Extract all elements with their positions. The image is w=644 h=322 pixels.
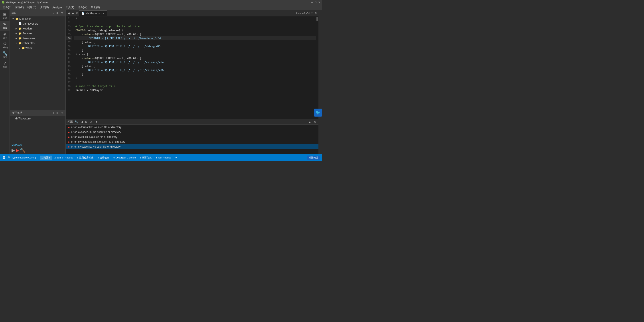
problem-avutil[interactable]: ● error: avutil.lib: No such file or dir… (66, 135, 318, 139)
menu-debug[interactable]: 调试(D) (38, 5, 50, 10)
menu-build[interactable]: 构建(B) (26, 5, 38, 10)
problem-text-5: error: swscale.lib: No such file or dire… (71, 145, 120, 148)
tree-item-win32[interactable]: ▶ 📁 win32 (10, 46, 66, 50)
tree-label-myplayer: MYPlayer (19, 17, 31, 20)
tab-nav-prev[interactable]: ◀ (66, 11, 71, 15)
tree-expand-otherfiles-icon: ▼ (15, 42, 18, 45)
line-40: 40 (66, 52, 72, 56)
project-layout-button[interactable]: ⊞ (56, 11, 59, 15)
tab-label: MYPlayer.pro (86, 12, 102, 15)
problems-filter-icon[interactable]: ▼ (94, 120, 98, 124)
line-numbers: 31 32 33 34 35 36 37 38 39 40 41 42 43 4… (66, 16, 74, 119)
bottom-tab-testresults[interactable]: 8 Test Results (154, 156, 173, 159)
menu-edit[interactable]: 编辑(E) (13, 5, 26, 10)
project-panel-header: 项目 ↕ ⊞ ⊡ (10, 10, 66, 16)
problem-swscale[interactable]: ● error: swscale.lib: No such file or di… (66, 144, 318, 149)
design-icon: ◈ (3, 32, 6, 36)
open-docs-sort-button[interactable]: ↕ (52, 111, 55, 115)
open-docs-layout-button[interactable]: ⊞ (56, 111, 59, 115)
problems-next-button[interactable]: ▶ (85, 120, 88, 124)
scrollbar-thumb[interactable] (316, 17, 318, 21)
sidebar-item-project[interactable]: 🔧 项目 (0, 50, 10, 60)
tab-nav-next[interactable]: ▶ (71, 11, 75, 15)
folder-icon: 📁 (15, 17, 19, 20)
problems-collapse-button[interactable]: ▲ (308, 120, 312, 124)
help-icon: ? (4, 61, 6, 65)
headers-folder-icon: 📁 (18, 27, 22, 30)
bottom-tab-debugger[interactable]: 5 Debugger Console (112, 156, 138, 159)
edit-label: 编辑 (3, 27, 7, 29)
bottom-tab-overview[interactable]: 6 概要信息 (138, 156, 153, 160)
tab-myplayerpro[interactable]: 📄 MYPlayer.pro ✕ (79, 10, 107, 16)
maximize-button[interactable]: □ (315, 1, 316, 4)
tree-expand-resources-icon: ▶ (15, 37, 18, 40)
featured-button[interactable]: 精选推荐 (307, 156, 320, 160)
line-48: 48 (66, 84, 72, 88)
tree-item-resources[interactable]: ▶ 📁 Resources (10, 36, 66, 41)
tab-nav-extra[interactable]: ⊡ (75, 11, 79, 15)
code-content[interactable]: } # Specifies where to put the target fi… (74, 16, 316, 119)
bottom-tab-arrow[interactable]: ▼ (173, 156, 179, 159)
problems-close-button[interactable]: ✕ (313, 120, 317, 124)
edit-icon: ✎ (3, 22, 6, 26)
menu-analyze[interactable]: Analyze (50, 5, 64, 9)
tab-close-button[interactable]: ✕ (103, 12, 104, 15)
win32-folder-icon: 📁 (22, 46, 25, 50)
bottom-tab-appout[interactable]: 3 应用程序输出 (75, 156, 96, 160)
project-panel: 项目 ↕ ⊞ ⊡ ▼ 📁 MYPlayer 📄 MYPlayer.pro (10, 10, 66, 110)
code-line-43: } else { (74, 64, 316, 68)
split-button[interactable]: ⊡ (314, 12, 318, 15)
project-icon: 🔧 (2, 51, 7, 55)
problem-avformat[interactable]: ● error: avformat.lib: No such file or d… (66, 125, 318, 130)
sources-folder-icon: 📁 (18, 32, 22, 35)
tab-bar: ◀ ▶ ⊡ 📄 MYPlayer.pro ✕ Line: 46, Col: 2 … (66, 10, 318, 16)
menu-help[interactable]: 帮助(H) (89, 5, 102, 10)
problems-build-icon[interactable]: 🔧 (74, 120, 79, 124)
tree-expand-sources-icon: ▶ (15, 32, 18, 35)
problem-avcodec[interactable]: ● error: avcodec.lib: No such file or di… (66, 130, 318, 135)
search-box[interactable]: 🔍 Type to locate (Ctrl+K) (7, 156, 37, 159)
bird-button[interactable]: 🐦 (314, 109, 322, 117)
sidebar-item-help[interactable]: ? 帮助 (0, 60, 10, 70)
project-sort-button[interactable]: ↕ (52, 11, 55, 15)
sidebar-toggle-button[interactable]: ☰ (2, 155, 6, 160)
sidebar-item-edit[interactable]: ✎ 编辑 (0, 21, 10, 31)
code-line-35: contains(QMAKE_TARGET.arch, x86_64) { (74, 32, 316, 36)
problems-list: ● error: avformat.lib: No such file or d… (66, 125, 318, 154)
build-button[interactable]: 🔨 (20, 148, 26, 153)
minimize-button[interactable]: — (311, 1, 313, 4)
code-line-42: DESTDIR = $$_PRO_FILE_/../../../bin/rele… (74, 60, 316, 64)
problem-swresample[interactable]: ● error: swresample.lib: No such file or… (66, 139, 318, 144)
close-button[interactable]: ✕ (318, 1, 320, 4)
debug-run-button[interactable]: ▶ (16, 148, 19, 153)
tree-item-sources[interactable]: ▶ 📁 Sources (10, 31, 66, 36)
menu-file[interactable]: 文件(F) (1, 5, 13, 10)
line-42: 42 (66, 60, 72, 64)
code-line-36: DESTDIR = $$_PRO_FILE_/../../../bin/debu… (74, 36, 316, 40)
open-doc-myplayerpro[interactable]: MYPlayer.pro (10, 116, 66, 121)
error-icon-1: ● (68, 126, 70, 129)
bottom-tab-problems[interactable]: 1 问题 5 (40, 156, 52, 160)
menu-tools[interactable]: 工具(T) (64, 5, 76, 10)
menu-controls[interactable]: 控件(W) (76, 5, 89, 10)
bottom-tab-compout[interactable]: 4 编译输出 (96, 156, 111, 160)
sidebar-item-debug[interactable]: ⚙ Debug (0, 40, 10, 50)
bottom-bar: ☰ 🔍 Type to locate (Ctrl+K) 1 问题 5 2 Sea… (0, 154, 322, 161)
problems-prev-button[interactable]: ◀ (80, 120, 84, 124)
line-37: 37 (66, 40, 72, 44)
project-close-button[interactable]: ⊡ (60, 11, 64, 15)
sidebar-item-design[interactable]: ◈ 设计 (0, 31, 10, 40)
tree-item-myplayerpro[interactable]: 📄 MYPlayer.pro (10, 21, 66, 26)
open-docs-close-button[interactable]: ⊡ (60, 111, 64, 115)
editor-scrollbar[interactable] (316, 16, 318, 119)
code-editor[interactable]: 31 32 33 34 35 36 37 38 39 40 41 42 43 4… (66, 16, 318, 119)
sidebar-item-welcome[interactable]: ⊞ 欢迎 (0, 11, 10, 21)
tree-expand-win32-icon: ▶ (18, 46, 21, 50)
tree-item-headers[interactable]: ▶ 📁 Headers (10, 26, 66, 31)
tree-item-otherfiles[interactable]: ▼ 📁 Other files (10, 41, 66, 46)
bottom-tab-search[interactable]: 2 Search Results (52, 156, 75, 159)
tree-item-myplayer[interactable]: ▼ 📁 MYPlayer (10, 16, 66, 21)
problems-header: 问题 🔧 ◀ ▶ ⚠ ▼ ▲ ✕ (66, 119, 318, 125)
run-button[interactable]: ▶ (12, 148, 15, 153)
help-label: 帮助 (3, 66, 7, 68)
